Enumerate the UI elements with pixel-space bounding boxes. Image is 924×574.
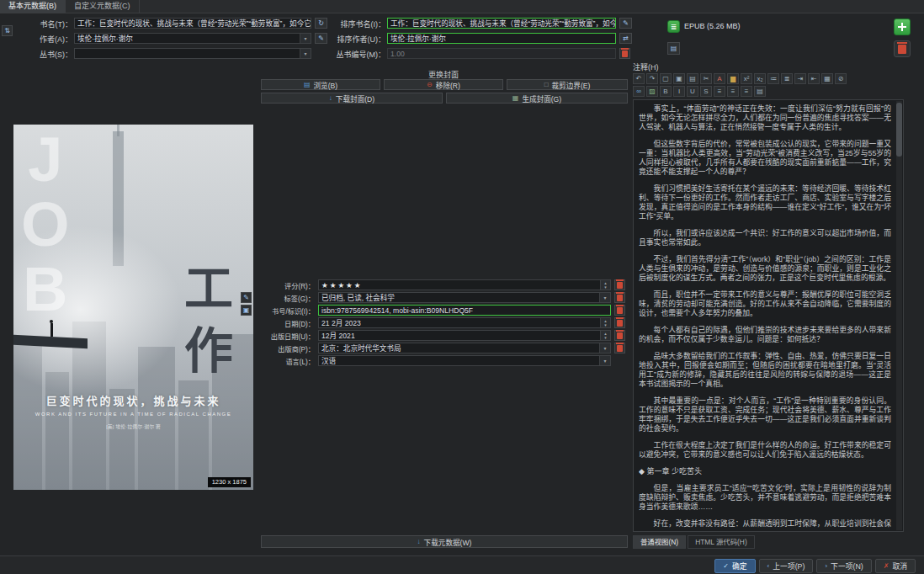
date-input[interactable]: 21 2月 2023▴▾ bbox=[318, 317, 611, 328]
clear-tags-button[interactable] bbox=[614, 292, 625, 303]
tab-html-source[interactable]: HTML 源代码(H) bbox=[688, 535, 755, 549]
strikethrough-icon[interactable]: S bbox=[700, 86, 712, 97]
copy-icon[interactable]: ▣ bbox=[673, 73, 685, 84]
align-center-icon[interactable]: ≡ bbox=[727, 86, 739, 97]
indent-less-icon[interactable]: ⇤ bbox=[808, 73, 820, 84]
browse-cover-button[interactable]: ▤浏览(B) bbox=[261, 79, 380, 90]
series-input[interactable]: ▾ bbox=[74, 48, 311, 59]
insert-table-icon[interactable]: ▦ bbox=[821, 73, 833, 84]
chevron-down-icon[interactable]: ▾ bbox=[599, 356, 610, 365]
title-sort-source-button[interactable]: ✎ bbox=[619, 18, 632, 29]
generate-cover-button[interactable]: ▦生成封面(G) bbox=[446, 93, 628, 104]
notes-body-inner: 事实上，“体面劳动”的神话正在失效：一度让我们深信“努力就有回报”的世界，如今无… bbox=[639, 104, 891, 528]
superscript-icon[interactable]: x² bbox=[741, 73, 752, 84]
add-format-button[interactable] bbox=[894, 19, 911, 35]
clear-publisher-button[interactable] bbox=[614, 343, 625, 353]
background-color-icon[interactable]: ▆ bbox=[727, 73, 739, 84]
align-right-icon[interactable]: ≡ bbox=[741, 86, 752, 97]
trim-cover-button[interactable]: □裁剪边界(E) bbox=[507, 79, 628, 90]
text-color-icon[interactable]: A bbox=[714, 73, 725, 84]
underline-icon[interactable]: U bbox=[687, 86, 698, 97]
series-index-label: 丛书编号(M)： bbox=[328, 50, 385, 61]
trash-icon bbox=[617, 345, 623, 352]
cancel-button[interactable]: ✗取消 bbox=[875, 559, 916, 573]
ordered-list-icon[interactable]: ≔ bbox=[767, 73, 779, 84]
notes-paragraph: 其中最重要的一点是：对个人而言，“工作”是一种特别重要的身份认同。工作的意味不只… bbox=[639, 396, 891, 433]
notes-paragraph: 每个人都有自己的际遇，但他们推崇的技术进步未来要给更多的人带来新的机会，而不仅仅… bbox=[639, 326, 891, 344]
redo-icon[interactable]: ↷ bbox=[646, 73, 658, 84]
cut-icon[interactable]: ✂ bbox=[700, 73, 712, 84]
justify-icon[interactable]: ▤ bbox=[754, 86, 766, 97]
swap-title-author-button[interactable]: ⇅ bbox=[2, 25, 13, 36]
align-left-icon[interactable]: ≡ bbox=[714, 86, 725, 97]
bold-icon[interactable]: B bbox=[660, 86, 672, 97]
format-entry-label[interactable]: EPUB (5.26 MB) bbox=[684, 20, 741, 33]
auto-author-sort-button[interactable]: ⇄ bbox=[619, 33, 632, 44]
chevron-down-icon[interactable]: ▾ bbox=[300, 49, 311, 58]
publisher-input[interactable]: 北京：北京时代华文书局▾ bbox=[318, 343, 611, 353]
tab-normal-view[interactable]: 普通视图(N) bbox=[633, 535, 686, 549]
indent-more-icon[interactable]: ⇥ bbox=[794, 73, 806, 84]
ok-button[interactable]: ✓确定 bbox=[714, 559, 755, 573]
title-input[interactable]: 工作：巨变时代的现状、挑战与未来（曾经“劳动光荣”“勤劳致富”，如今它却只是让你… bbox=[74, 18, 311, 29]
clear-identifiers-button[interactable] bbox=[614, 305, 625, 316]
notes-scrollbar[interactable] bbox=[896, 101, 902, 530]
download-cover-button[interactable]: ↓下载封面(D) bbox=[261, 93, 443, 104]
insert-link-icon[interactable]: ∞ bbox=[633, 86, 645, 97]
paste-identifier-button[interactable]: ▣ bbox=[241, 305, 252, 316]
author-sort-input[interactable]: 埃伦·拉佩尔·谢尔 bbox=[387, 33, 616, 44]
tab-custom-metadata[interactable]: 自定义元数据(C) bbox=[66, 0, 140, 13]
spinner-icon[interactable]: ▴▾ bbox=[600, 318, 610, 327]
tag-editor-button[interactable]: ✎ bbox=[241, 292, 252, 303]
tags-input[interactable]: 已归档, 已读, 社会科学▾ bbox=[318, 292, 611, 303]
rating-input[interactable]: ★★★★★▴▾ bbox=[318, 279, 611, 290]
publisher-label: 出版商(P)： bbox=[252, 344, 315, 355]
language-label: 语言(L)： bbox=[252, 357, 315, 368]
paste-icon[interactable]: ▤ bbox=[687, 73, 698, 84]
chevron-down-icon[interactable]: ▾ bbox=[300, 34, 311, 43]
author-sort-label: 排序作者(U)： bbox=[328, 35, 385, 45]
subscript-icon[interactable]: x₂ bbox=[754, 73, 766, 84]
cover-antenna bbox=[117, 125, 119, 136]
read-metadata-from-format-button[interactable]: ▤ bbox=[667, 42, 680, 55]
identifiers-input[interactable]: isbn:9787569942514, mobi-asin:B09NLHDQ5F bbox=[318, 305, 611, 316]
clear-rating-button[interactable] bbox=[614, 279, 625, 290]
authors-input[interactable]: 埃伦·拉佩尔·谢尔▾ bbox=[74, 33, 311, 44]
remove-cover-button[interactable]: ⊖移除(R) bbox=[384, 79, 503, 90]
epub-format-icon[interactable]: ≣ bbox=[667, 20, 680, 33]
person-silhouette bbox=[49, 320, 54, 337]
book-cover[interactable]: JOB 工作 巨变时代的现状，挑战与未来 WORK AND ITS FUTURE… bbox=[13, 125, 253, 490]
tab-basic-metadata[interactable]: 基本元数据(B) bbox=[0, 0, 66, 13]
notes-editor[interactable]: 事实上，“体面劳动”的神话正在失效：一度让我们深信“努力就有回报”的世界，如今无… bbox=[633, 99, 904, 532]
scrollbar-thumb[interactable] bbox=[896, 103, 902, 157]
insert-image-icon[interactable]: ▨ bbox=[646, 86, 658, 97]
chevron-down-icon[interactable]: ▾ bbox=[599, 293, 610, 302]
folder-icon: ▤ bbox=[304, 81, 311, 88]
italic-icon[interactable]: I bbox=[673, 86, 685, 97]
next-button[interactable]: ›下一项(N) bbox=[816, 559, 871, 573]
notes-paragraph: 品味大多数留给我们的工作叙事：弹性、自由、热爱，仿佛只要日复一日地投入其中，回报… bbox=[639, 352, 891, 389]
select-all-icon[interactable]: ▢ bbox=[660, 73, 672, 84]
download-metadata-button[interactable]: ↓下载元数据(W) bbox=[261, 535, 628, 548]
pubdate-input[interactable]: 12月 2021▴▾ bbox=[318, 330, 611, 341]
clear-date-button[interactable] bbox=[614, 317, 625, 328]
undo-icon[interactable]: ↶ bbox=[633, 73, 645, 84]
notes-view-tabs: 普通视图(N) HTML 源代码(H) bbox=[633, 535, 755, 549]
title-sort-input[interactable]: 工作：巨变时代的现状、挑战与未来（曾经“劳动光荣”“勤劳致富”，如今它却只是让你… bbox=[387, 18, 616, 29]
auto-title-sort-button[interactable]: ↻ bbox=[315, 18, 327, 29]
trash-icon bbox=[617, 295, 623, 301]
unordered-list-icon[interactable]: ≣ bbox=[781, 73, 793, 84]
trash-icon bbox=[617, 320, 623, 327]
spinner-icon[interactable]: ▴▾ bbox=[600, 331, 610, 340]
clear-formatting-icon[interactable]: ⊘ bbox=[835, 73, 847, 84]
language-input[interactable]: 汉语▾ bbox=[318, 355, 611, 366]
manage-authors-button[interactable]: ✎ bbox=[315, 33, 327, 44]
remove-format-button[interactable] bbox=[894, 40, 911, 57]
previous-button[interactable]: ‹上一项(P) bbox=[759, 559, 814, 573]
clear-pubdate-button[interactable] bbox=[614, 330, 625, 341]
trash-icon bbox=[617, 332, 623, 339]
clear-series-button[interactable] bbox=[619, 48, 630, 59]
chevron-down-icon[interactable]: ▾ bbox=[599, 343, 610, 353]
spinner-icon[interactable]: ▴▾ bbox=[600, 280, 610, 290]
generate-icon: ▦ bbox=[512, 94, 519, 102]
